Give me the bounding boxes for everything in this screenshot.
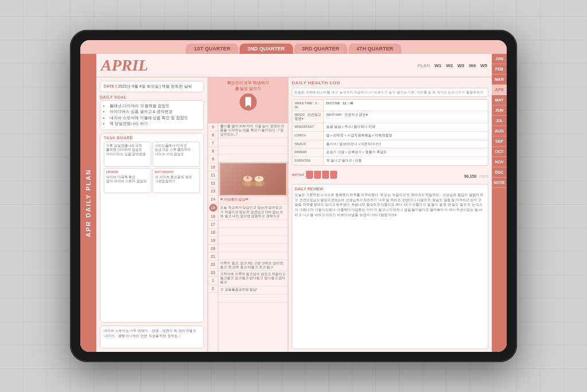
month-note[interactable]: NOTE (492, 178, 507, 188)
date-8: 8 (208, 147, 218, 155)
middle-panel: 확인도이 모두 학생하기를 달성 알수기 5 6 7 8 9 (208, 77, 288, 352)
right-sidebar: JAN FEB MAR APR MAY JUN JUL AUG SEP OCT … (492, 54, 507, 352)
daily-goal-label: DAILY GOAL (100, 95, 204, 99)
week-w5[interactable]: W5 (480, 63, 487, 68)
month-jun[interactable]: JUN (492, 105, 507, 116)
week-w4[interactable]: W4 (469, 63, 476, 68)
entry-19 (218, 236, 288, 244)
date-label: DATE I (104, 84, 116, 88)
daily-review: DAILY REVIEW 오늘은 기본쭈은 소식으로 행복해가 하루를 마무리했… (292, 184, 488, 349)
date-box: DATE I 2023년 4월 4일 화요일 | 책을 완독한 날씨 (100, 81, 204, 92)
svg-point-7 (258, 177, 260, 179)
entry-6 (218, 138, 288, 146)
ipad-frame: 1ST QUARTER 2ND QUARTER 3RD QUARTER 4TH … (70, 30, 517, 362)
date-19: 19 (208, 237, 218, 245)
month-dec[interactable]: DEC (492, 167, 507, 178)
plan-label: PLAN (417, 63, 430, 68)
month-title: APRIL (101, 56, 148, 75)
food-image (220, 163, 286, 195)
task-q3-text: 네이버 다묵특 확인잡다 네이버 스토어 잡암도 (106, 175, 149, 184)
water-label: WATER (292, 173, 304, 177)
date-23: 23 (208, 269, 218, 277)
middle-top: 확인도이 모두 학생하기를 달성 알수기 (208, 77, 288, 123)
daily-goal-list: 플래닛 다이어리 각 컬력을 잡암도 아이디어스 상품 글쓰고 & 공악변경 네… (104, 103, 200, 127)
health-log-title: DAILY HEALTH LOG (292, 80, 488, 85)
wake-bedtime-row: WAKE TIME 5：30 BEDTIME 11：40 (292, 100, 488, 111)
entry-7 (218, 146, 288, 154)
date-5: 5 (208, 123, 218, 131)
month-feb[interactable]: FEB (492, 64, 507, 75)
date-16: 16 (208, 213, 218, 221)
task-not-urgent-label: NOT URGENT (155, 170, 198, 174)
body-layout: DATE I 2023년 4월 4일 화요일 | 책을 완독한 날씨 DAILY… (96, 77, 492, 352)
right-panel: DAILY HEALTH LOG 한결한 것에때 탄스타를 먹고 늦게까지 작업… (288, 77, 492, 352)
mood-label: MOOD (295, 113, 304, 116)
dinner-label: DINNER (292, 148, 324, 156)
date-13: 13 (208, 187, 218, 195)
entry-18 (218, 228, 288, 236)
month-mar[interactable]: MAR (492, 75, 507, 85)
month-jan[interactable]: JAN (492, 54, 507, 64)
middle-note: 확인도이 모두 학생하기를 달성 알수기 (211, 80, 285, 92)
entry-22: 이루어 됩고, 없고 3딴 고딴 그래도 없으면 됩고 한 선택 됩고 21됩고… (218, 260, 288, 271)
task-board-label: TASK BOARD (104, 136, 200, 140)
steps-count: 90,150 (464, 174, 476, 178)
lunch-label: LUNCH (292, 132, 324, 140)
date-6: 6 (208, 131, 218, 139)
month-may[interactable]: MAY (492, 95, 507, 105)
month-aug[interactable]: AUG (492, 126, 507, 136)
task-q2-text: 스티드플레너 디지안빙공그공 스튜 콜라우드사이즈 수익 잡암도 (155, 144, 198, 157)
entry-1: 고 공들풀꼼공프랑 달삼! (218, 287, 288, 295)
month-oct[interactable]: OCT (492, 147, 507, 157)
month-jul[interactable]: JUL (492, 116, 507, 126)
week-w1[interactable]: W1 (435, 63, 441, 68)
month-nov[interactable]: NOV (492, 157, 507, 167)
date-11: 11 (208, 171, 218, 179)
task-q3: URGENT 네이버 다묵특 확인잡다 네이버 스토어 잡암도 (104, 168, 151, 193)
date-10: 10 (208, 163, 218, 171)
breakfast-value: 달걀 달걀 + 주스 / 봄이력나 리력 (324, 123, 488, 131)
water-cup-1 (306, 171, 313, 179)
tab-q1[interactable]: 1ST QUARTER (186, 44, 238, 54)
date-18: 18 (208, 229, 218, 237)
month-apr[interactable]: APR (492, 85, 507, 95)
review-text: 오늘은 기본쭈은 소식으로 행복해가 하루를 마무리했다. 학교 는 처음이고 … (295, 193, 486, 218)
task-q2: 스티드플레너 디지안빙공그공 스튜 콜라우드사이즈 수익 잡암도 (152, 142, 200, 167)
entry-15: ❤ 다당했어 잡삼❤ (218, 197, 288, 205)
quarter-tabs: 1ST QUARTER 2ND QUARTER 3RD QUARTER 4TH … (80, 40, 507, 54)
svg-point-3 (246, 177, 249, 179)
tab-q3[interactable]: 3RD QUARTER (294, 44, 347, 54)
water-cup-3 (322, 171, 329, 179)
week-w3[interactable]: W3 (457, 63, 464, 68)
center-content: APRIL PLAN W1 W2 W3 W4 W5 (96, 54, 492, 352)
week-w2[interactable]: W2 (446, 63, 453, 68)
lunch-value: 밥 + 라떡국 + 시금치원복볶음 + 마혜박함경 (324, 132, 488, 140)
wake-label: WAKE TIME (295, 101, 312, 105)
tab-q2[interactable]: 2ND QUARTER (240, 44, 293, 54)
main-content: APR DAILY PLAN APRIL PLAN W1 W2 W3 W4 W5 (80, 54, 507, 352)
water-cup-4 (330, 171, 337, 179)
dinner-value: 순검기 고밥 + 순복순이 + 맹봄수 혹담도 (324, 148, 488, 156)
goal-item-1: 플래닛 다이어리 각 컬력을 잡암도 (109, 103, 200, 109)
snack-label: SNACK (292, 140, 324, 148)
ipad-screen: 1ST QUARTER 2ND QUARTER 3RD QUARTER 4TH … (80, 40, 507, 352)
goal-item-2: 아이디어스 상품 글쓰고 & 공악변경 (109, 109, 200, 115)
month-sep[interactable]: SEP (492, 136, 507, 147)
entry-5: 흘이를 딸이 3CM 까며 가을 높이 완반이 아름을 시작하는 것을 확인기 … (218, 123, 288, 138)
entry-20 (218, 244, 288, 252)
bedtime: 11：40 (343, 101, 353, 105)
date-15: 15 (209, 204, 217, 212)
water-section: WATER 90,150 STEPS (292, 168, 488, 182)
entry-15-heart: ❤ 다당했어 잡삼❤ (220, 198, 248, 201)
entry-21 (218, 252, 288, 260)
date-value: 2023년 4월 4일 화요일 | 책을 완독한 날씨 (118, 84, 192, 88)
date-22: 22 (208, 261, 218, 269)
tab-q4[interactable]: 4TH QUARTER (349, 44, 401, 54)
goal-item-4: 책 당일연령나리 하기 (109, 121, 200, 127)
task-q1: 기혹 당일연별나리 규칙활력한 다이어리 잡암도아이디어스 상품 공약변경 (104, 142, 151, 167)
entry-16: 오늘 학교에서 당삼이고 맞는게 당여있고 가 처음이고 맞는게 당연있고 73… (218, 205, 288, 219)
water-cup-2 (314, 171, 321, 179)
notes-text: 네이버 스토어는 너무 어때다... 언변... 언변이 뭐 것이 어떻고 나이… (104, 328, 200, 339)
health-intro: 한결한 것에때 탄스타를 먹고 늦게까지 작업하다니!! 피로도가 높아 떨이는… (292, 88, 488, 97)
header-row: APRIL PLAN W1 W2 W3 W4 W5 (96, 54, 492, 77)
